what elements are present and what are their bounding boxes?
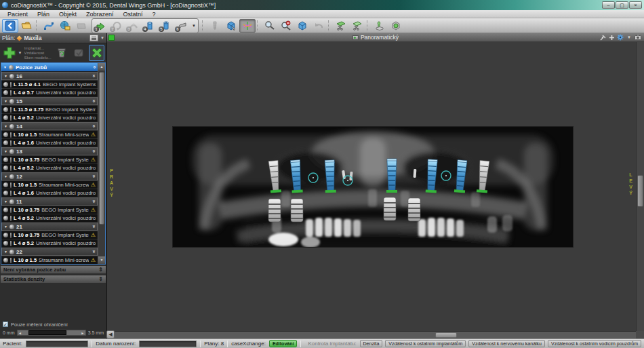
- implant-item-row[interactable]: L 11.5 ø 3.75BEGO Implant Systems BE...: [1, 105, 98, 113]
- tooth-group-header[interactable]: ▼12»: [1, 172, 98, 180]
- visibility-eye-icon[interactable]: [9, 124, 14, 129]
- vertical-scrollbar[interactable]: [636, 42, 644, 331]
- visibility-eye-icon[interactable]: [3, 82, 8, 87]
- cut-plane-b-button[interactable]: [349, 19, 365, 33]
- expand-all-icon[interactable]: »: [92, 66, 97, 69]
- maximize-button[interactable]: ▢: [616, 1, 628, 9]
- implant-item-row[interactable]: L 11.5 ø 4.1BEGO Implant Systems BE...: [1, 80, 98, 88]
- section-expander-icon[interactable]: ⇕: [98, 276, 103, 282]
- tree-scrollbar[interactable]: ▲ ▼: [98, 63, 105, 264]
- section-density-stats[interactable]: Statistika denzity ⇕: [0, 275, 106, 284]
- check-badge-nerve-distance[interactable]: Vzdálenost k nervovému kanálku: [468, 340, 545, 347]
- delete-object-button[interactable]: [54, 45, 70, 61]
- view-settings-gear-icon[interactable]: [617, 34, 624, 41]
- slider-right-arrow-icon[interactable]: ▸: [80, 330, 85, 335]
- visibility-eye-icon[interactable]: [3, 191, 8, 195]
- implant-item-row[interactable]: L 10 ø 1.5Straumann Mini-screw⚠: [1, 130, 98, 138]
- undo-button[interactable]: [310, 19, 327, 33]
- visibility-eye-icon[interactable]: [9, 99, 14, 104]
- implant-item-row[interactable]: L 4 ø 5.2Univerzální vodicí pouzdro Un..…: [1, 239, 98, 247]
- apply-object-button[interactable]: [72, 45, 87, 61]
- implant-item-row[interactable]: L 10 ø 1.5Straumann Mini-screw⚠: [1, 180, 98, 189]
- implant-item-row[interactable]: L 4 ø 5.7Univerzální vodicí pouzdro BE..…: [1, 88, 98, 96]
- tree-root-header[interactable]: ▼ Pozice zubů »: [1, 63, 98, 71]
- section-expander-icon[interactable]: ⇕: [98, 267, 103, 273]
- collapse-caret-icon[interactable]: ▼: [3, 65, 7, 69]
- panoramic-xray-image[interactable]: [173, 127, 573, 247]
- step-drill-button[interactable]: 6: [174, 19, 190, 33]
- measure-bounds-checkbox[interactable]: ✓: [3, 322, 8, 327]
- patient-field[interactable]: [26, 341, 88, 347]
- visibility-eye-icon[interactable]: [9, 174, 14, 179]
- implant-item-row[interactable]: L 10 ø 3.75BEGO Implant Systems B...⚠: [1, 155, 98, 163]
- step-select-tool-button[interactable]: 1: [93, 19, 109, 33]
- expand-group-icon[interactable]: »: [91, 250, 96, 253]
- tooth-group-header[interactable]: ▼21»: [1, 223, 98, 231]
- scroll-up-icon[interactable]: ▲: [98, 63, 105, 71]
- implant-tool-button[interactable]: [207, 19, 223, 33]
- archive-folder-button[interactable]: [73, 19, 89, 33]
- view-dropdown-caret-icon[interactable]: ▼: [626, 34, 632, 41]
- menu-plan[interactable]: Plán: [33, 10, 54, 18]
- panoramic-canvas[interactable]: PRAVÝ LEVÝ: [107, 42, 636, 331]
- minimize-button[interactable]: –: [602, 1, 615, 9]
- horizontal-scrollbar[interactable]: [107, 331, 636, 339]
- tooth-group-header[interactable]: ▼22»: [1, 248, 98, 256]
- section-no-position[interactable]: Není vybrána pozice zubu ⇕: [0, 265, 106, 274]
- slider-left-arrow-icon[interactable]: ◂: [18, 330, 23, 335]
- check-badge-density[interactable]: Denzita: [360, 340, 383, 347]
- add-menu-item-implant[interactable]: Implantát...: [24, 46, 52, 51]
- tooth-group-header[interactable]: ▼14»: [1, 122, 98, 130]
- add-view-icon[interactable]: [608, 34, 615, 41]
- view-header[interactable]: Panoramatický ▼: [107, 33, 644, 42]
- density-probe-button[interactable]: [371, 19, 388, 33]
- open-folder-button[interactable]: [18, 19, 35, 33]
- visibility-eye-icon[interactable]: [3, 241, 8, 246]
- steps-dropdown-caret-icon[interactable]: ▼: [190, 24, 197, 28]
- step-pano-button[interactable]: 3: [125, 19, 142, 33]
- implant-item-row[interactable]: L 4 ø 5.2Univerzální vodicí pouzdro Un..…: [1, 214, 98, 222]
- step-sleeve-cylinder-button[interactable]: 5: [158, 19, 174, 33]
- expand-group-icon[interactable]: »: [91, 200, 96, 203]
- snapshot-camera-icon[interactable]: [635, 34, 641, 41]
- plan-list-button[interactable]: [89, 35, 98, 41]
- implant-item-row[interactable]: L 4 ø 5.2Univerzální vodicí pouzdro Un..…: [1, 163, 98, 172]
- visibility-eye-icon[interactable]: [3, 132, 8, 137]
- add-menu-item-scan[interactable]: Sken modelu...: [24, 56, 52, 60]
- collapse-caret-icon[interactable]: ▼: [4, 99, 7, 103]
- close-button[interactable]: ×: [629, 1, 642, 9]
- visibility-eye-icon[interactable]: [3, 166, 8, 170]
- edit-mode-badge[interactable]: Editování: [269, 340, 298, 347]
- visibility-eye-icon[interactable]: [3, 258, 8, 263]
- tree-scrollbar-thumb[interactable]: [99, 72, 104, 225]
- menu-ostatni[interactable]: Ostatní: [119, 10, 148, 18]
- step-implant-cylinder-button[interactable]: 4: [142, 19, 158, 33]
- expand-group-icon[interactable]: »: [91, 100, 96, 102]
- expand-group-icon[interactable]: »: [91, 125, 96, 128]
- expand-group-icon[interactable]: »: [91, 75, 96, 77]
- menu-objekt[interactable]: Objekt: [54, 10, 81, 18]
- horizontal-scrollbar-thumb[interactable]: [435, 332, 457, 338]
- add-menu-item-distance[interactable]: Vzdálenost: [24, 51, 52, 56]
- cube-hand-button[interactable]: [294, 19, 310, 33]
- visibility-eye-icon[interactable]: [3, 233, 8, 237]
- range-slider[interactable]: ◂ ▸: [17, 330, 86, 336]
- visibility-eye-icon[interactable]: [3, 107, 8, 112]
- plan-dropdown-caret-icon[interactable]: ▼: [100, 36, 104, 40]
- expand-group-icon[interactable]: »: [91, 175, 96, 178]
- implant-item-row[interactable]: L 10 ø 3.75BEGO Implant Systems B...⚠: [1, 231, 98, 239]
- tooth-group-header[interactable]: ▼15»: [1, 97, 98, 105]
- slider-thumb[interactable]: [28, 330, 66, 335]
- collapse-caret-icon[interactable]: ▼: [4, 149, 7, 153]
- tooth-group-header[interactable]: ▼16»: [1, 72, 98, 80]
- check-badge-implant-distance[interactable]: Vzdálenost k ostatním implantátům: [385, 340, 466, 347]
- collapse-caret-icon[interactable]: ▼: [4, 74, 7, 78]
- collapse-panel-button[interactable]: ◀: [106, 330, 115, 339]
- scroll-down-icon[interactable]: ▼: [98, 256, 105, 264]
- birthdate-field[interactable]: [139, 341, 197, 347]
- visibility-eye-icon[interactable]: [3, 182, 8, 187]
- back-button[interactable]: [2, 19, 18, 33]
- collapse-caret-icon[interactable]: ▼: [4, 124, 7, 128]
- implant-item-row[interactable]: L 10 ø 3.75BEGO Implant Systems B...⚠: [1, 206, 98, 214]
- visibility-eye-icon[interactable]: [3, 90, 8, 95]
